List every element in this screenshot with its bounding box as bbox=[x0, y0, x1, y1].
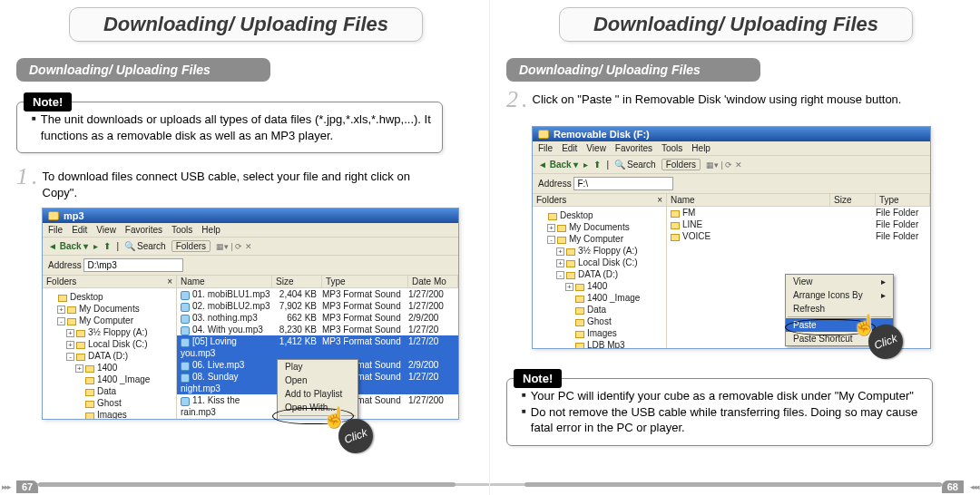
col-date[interactable]: Date Mo bbox=[408, 276, 458, 287]
table-row[interactable]: 02. mobiBLU2.mp37,902 KBMP3 Format Sound… bbox=[177, 300, 458, 312]
step-2: 2. Click on "Paste " in Removable Disk '… bbox=[506, 89, 933, 110]
menu-item[interactable]: Tools bbox=[662, 143, 682, 153]
context-item[interactable]: Add to Playlist bbox=[278, 387, 358, 401]
tree-item[interactable]: Data bbox=[44, 385, 174, 397]
folder-icon bbox=[85, 377, 94, 384]
folder-icon bbox=[76, 330, 85, 337]
folder-tree[interactable]: Folders× Desktop+My Documents-My Compute… bbox=[43, 276, 177, 419]
tree-item[interactable]: LDB Mp3 bbox=[534, 339, 664, 348]
menu-bar: FileEditViewFavoritesToolsHelp bbox=[533, 141, 930, 155]
context-item[interactable]: Refresh bbox=[786, 302, 893, 315]
tree-item[interactable]: Images bbox=[534, 327, 664, 339]
address-input[interactable] bbox=[83, 258, 183, 272]
col-name[interactable]: Name bbox=[177, 276, 272, 287]
search-button[interactable]: Search bbox=[124, 241, 166, 251]
menu-item[interactable]: Favorites bbox=[125, 225, 162, 235]
forward-button[interactable]: ▸ bbox=[93, 241, 98, 251]
folder-icon bbox=[85, 412, 94, 420]
section-heading: Downloading/ Uploading Files bbox=[16, 58, 270, 82]
tree-item[interactable]: +3½ Floppy (A:) bbox=[534, 245, 664, 257]
menu-item[interactable]: File bbox=[48, 225, 63, 235]
table-row[interactable]: 04. With you.mp38,230 KBMP3 Format Sound… bbox=[177, 324, 458, 335]
tree-item[interactable]: +1400 bbox=[44, 362, 174, 374]
tree-item[interactable]: +Local Disk (C:) bbox=[44, 338, 174, 350]
note-badge: Note! bbox=[514, 369, 562, 388]
tree-item[interactable]: Ghost bbox=[534, 315, 664, 327]
address-label: Address bbox=[48, 260, 82, 270]
tree-item[interactable]: Data bbox=[534, 304, 664, 315]
context-item[interactable]: Arrange Icons By bbox=[786, 288, 893, 302]
menu-item[interactable]: View bbox=[586, 143, 606, 153]
close-icon[interactable]: × bbox=[657, 195, 662, 205]
tree-item[interactable]: Ghost bbox=[44, 397, 174, 409]
note-box: The unit downloads or uploads all types … bbox=[16, 102, 443, 153]
back-button[interactable]: ◄ Back ▾ bbox=[48, 241, 88, 251]
tree-item[interactable]: -DATA (D:) bbox=[534, 268, 664, 280]
tree-item[interactable]: -DATA (D:) bbox=[44, 350, 174, 362]
menu-item[interactable]: Help bbox=[201, 225, 220, 235]
tree-item[interactable]: +My Documents bbox=[44, 303, 174, 315]
menu-item[interactable]: Tools bbox=[172, 225, 192, 235]
folder-icon bbox=[575, 284, 584, 291]
tree-item[interactable]: 1400 _Image bbox=[44, 374, 174, 385]
menu-item[interactable]: Edit bbox=[562, 143, 577, 153]
table-row[interactable]: VOICEFile Folder bbox=[667, 230, 930, 242]
tree-item[interactable]: Images bbox=[44, 409, 174, 419]
tree-item[interactable]: +Local Disk (C:) bbox=[534, 257, 664, 268]
folders-button[interactable]: Folders bbox=[172, 240, 211, 252]
table-row[interactable]: FMFile Folder bbox=[667, 207, 930, 218]
table-row[interactable]: LINEFile Folder bbox=[667, 218, 930, 230]
tree-item[interactable]: 1400 _Image bbox=[534, 292, 664, 304]
section-heading: Downloading/ Uploading Files bbox=[506, 58, 760, 82]
table-row[interactable]: [05] Loving you.mp31,412 KBMP3 Format So… bbox=[177, 335, 458, 359]
tree-item[interactable]: +1400 bbox=[534, 280, 664, 292]
context-item[interactable]: Open bbox=[278, 374, 358, 387]
col-name[interactable]: Name bbox=[667, 194, 830, 206]
close-icon[interactable]: × bbox=[167, 277, 172, 286]
page-number: 67 bbox=[16, 480, 38, 493]
col-size[interactable]: Size bbox=[830, 194, 876, 206]
forward-button[interactable]: ▸ bbox=[583, 160, 588, 170]
toolbar-extra-icons[interactable]: ▦▾ | ⟳ ✕ bbox=[706, 160, 742, 170]
col-type[interactable]: Type bbox=[876, 194, 930, 206]
table-row[interactable]: 01. mobiBLU1.mp32,404 KBMP3 Format Sound… bbox=[177, 288, 458, 300]
tree-item[interactable]: Desktop bbox=[534, 209, 664, 221]
tree-item[interactable]: +My Documents bbox=[534, 221, 664, 233]
folder-icon bbox=[76, 354, 85, 361]
page-footer: ▸▸▸ 67 bbox=[0, 479, 489, 493]
tree-item[interactable]: -My Computer bbox=[534, 233, 664, 245]
folder-icon bbox=[538, 130, 549, 139]
folder-icon bbox=[671, 222, 680, 229]
folders-button[interactable]: Folders bbox=[662, 159, 701, 170]
menu-item[interactable]: View bbox=[96, 225, 116, 235]
folder-tree[interactable]: Folders× Desktop+My Documents-My Compute… bbox=[533, 194, 667, 348]
context-item[interactable]: View bbox=[786, 275, 893, 288]
menu-item[interactable]: Favorites bbox=[615, 143, 652, 153]
menu-bar: FileEditViewFavoritesToolsHelp bbox=[43, 223, 458, 237]
tree-item[interactable]: +3½ Floppy (A:) bbox=[44, 326, 174, 338]
folder-icon bbox=[566, 260, 575, 267]
step-text: To download files connect USB cable, sel… bbox=[43, 166, 444, 200]
menu-item[interactable]: Edit bbox=[72, 225, 87, 235]
back-button[interactable]: ◄ Back ▾ bbox=[538, 160, 578, 170]
col-type[interactable]: Type bbox=[322, 276, 408, 287]
manual-page-left: Downloading/ Uploading Files Downloading… bbox=[0, 0, 490, 495]
audio-icon bbox=[181, 315, 190, 324]
window-titlebar: mp3 bbox=[43, 209, 458, 223]
page-nav-icon: ▸▸▸ bbox=[2, 482, 10, 491]
address-input[interactable] bbox=[573, 177, 673, 190]
address-label: Address bbox=[538, 179, 572, 189]
tree-item[interactable]: Desktop bbox=[44, 291, 174, 303]
up-button[interactable]: ⬆ bbox=[103, 241, 111, 251]
col-size[interactable]: Size bbox=[272, 276, 322, 287]
file-list[interactable]: Name Size Type Date Mo 01. mobiBLU1.mp32… bbox=[177, 276, 458, 419]
menu-item[interactable]: File bbox=[538, 143, 553, 153]
search-button[interactable]: Search bbox=[614, 160, 656, 170]
context-item[interactable]: Play bbox=[278, 360, 358, 374]
up-button[interactable]: ⬆ bbox=[593, 160, 601, 170]
tree-item[interactable]: -My Computer bbox=[44, 315, 174, 326]
table-row[interactable]: 03. nothing.mp3662 KBMP3 Format Sound2/9… bbox=[177, 312, 458, 324]
window-title: Removable Disk (F:) bbox=[554, 129, 650, 140]
menu-item[interactable]: Help bbox=[691, 143, 710, 153]
toolbar-extra-icons[interactable]: ▦▾ | ⟳ ✕ bbox=[216, 242, 252, 251]
